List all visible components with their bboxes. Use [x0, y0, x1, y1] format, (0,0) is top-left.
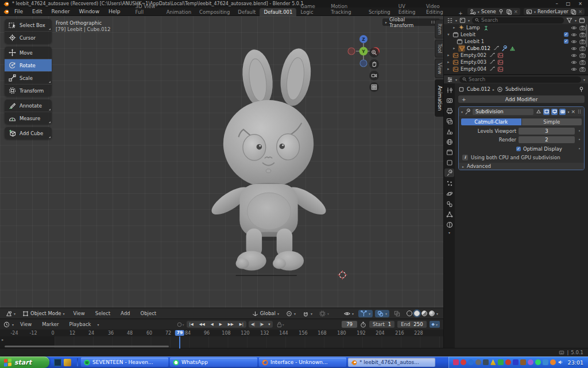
new-collection-icon[interactable] — [579, 17, 585, 24]
catmull-clark-button[interactable]: Catmull-Clark — [461, 118, 521, 125]
properties-tab-world[interactable] — [444, 137, 454, 146]
quick-launch-icon-1[interactable] — [54, 359, 61, 366]
outliner-row-empty-004[interactable]: ▸ Empty.004 — [444, 66, 588, 72]
next-keyframe-button[interactable]: ▶▶ — [225, 321, 237, 328]
pan-button[interactable] — [369, 59, 379, 69]
tray-icon[interactable] — [483, 359, 489, 365]
viewport-menu-object[interactable]: Object — [136, 310, 160, 317]
start-frame-field[interactable]: Start 1 — [369, 321, 394, 328]
tray-icon[interactable] — [513, 359, 519, 365]
workspace-tab-video-editing[interactable]: Video Editing — [422, 2, 455, 16]
sidebar-tab-view[interactable]: View — [435, 59, 443, 78]
xray-toggle[interactable] — [392, 310, 403, 317]
disable-render-camera-icon[interactable] — [579, 59, 586, 66]
properties-tab-particles[interactable] — [444, 179, 454, 187]
animate-dot[interactable]: • — [577, 137, 582, 142]
editor-type-selector[interactable]: ▾ — [3, 310, 18, 317]
channel-expander[interactable]: ▸ — [2, 338, 3, 342]
sidebar-tab-tool[interactable]: Tool — [435, 40, 443, 57]
properties-search-input[interactable] — [469, 76, 578, 82]
snap-toggle[interactable]: ▾ — [300, 310, 315, 317]
add-modifier-button[interactable]: + Add Modifier — [458, 95, 585, 103]
timeline-menu-view[interactable]: View — [16, 321, 36, 328]
tool-add-cube[interactable]: Add Cube — [5, 127, 52, 139]
toggle-on-cage[interactable] — [535, 109, 541, 115]
hide-viewport-eye-icon[interactable] — [571, 45, 577, 52]
menu-render[interactable]: Render — [47, 8, 74, 15]
camera-view-button[interactable] — [369, 71, 379, 80]
viewport-menu-add[interactable]: Add — [117, 310, 134, 317]
add-workspace-button[interactable]: + — [455, 10, 466, 16]
workspace-tab-animation[interactable]: Animation — [163, 8, 195, 16]
outliner-row-empty-002[interactable]: ▸ Empty.002 — [444, 52, 588, 59]
outliner-row-lamp[interactable]: ▸ Lamp — [444, 24, 588, 31]
animate-dot[interactable]: • — [577, 147, 582, 151]
breadcrumb-modifier[interactable]: Subdivision — [505, 86, 533, 92]
auto-keying-icon[interactable] — [176, 321, 183, 328]
workspace-tab-uv-editing[interactable]: UV Editing — [394, 2, 422, 16]
shading-material-button[interactable] — [421, 310, 427, 316]
shading-rendered-button[interactable] — [429, 310, 435, 316]
end-frame-field[interactable]: End 250 — [397, 321, 426, 328]
outliner-row-empty-003[interactable]: ▸ Empty.003 — [444, 59, 588, 66]
menu-window[interactable]: Window — [75, 8, 104, 15]
playhead-current-frame[interactable]: 79 — [175, 330, 184, 336]
collection-checkbox[interactable]: ✓ — [564, 32, 568, 37]
tool-annotate[interactable]: Annotate — [5, 99, 52, 112]
task-whatsapp[interactable]: WhatsApp — [170, 358, 257, 367]
workspace-tab-motion-tracking[interactable]: Motion Tracking — [327, 2, 365, 16]
blender-logo-icon[interactable] — [3, 9, 9, 15]
close-button[interactable]: × — [578, 1, 582, 6]
tool-measure[interactable]: Measure — [5, 112, 52, 124]
properties-tab-physics[interactable] — [444, 189, 454, 198]
modifier-panel-header[interactable]: ▾ Subdivision ▾ × — [459, 107, 584, 116]
hide-viewport-eye-icon[interactable] — [571, 32, 577, 38]
tray-icon[interactable] — [461, 359, 466, 365]
hide-viewport-eye-icon[interactable] — [571, 25, 577, 31]
properties-tab-view-layer[interactable] — [444, 117, 454, 125]
hide-viewport-eye-icon[interactable] — [571, 39, 577, 45]
tool-cursor[interactable]: Cursor — [5, 32, 52, 44]
play-reverse-button[interactable]: ◀ — [208, 321, 216, 328]
menu-edit[interactable]: Edit — [28, 8, 46, 15]
maximize-button[interactable]: □ — [566, 1, 571, 6]
toggle-edit-mode[interactable] — [543, 109, 550, 115]
show-visibility-selector[interactable]: ▾ — [342, 310, 356, 317]
modifier-name-field[interactable]: Subdivision — [473, 109, 533, 115]
menu-help[interactable]: Help — [105, 8, 125, 15]
timeline-editor-icon[interactable] — [3, 321, 10, 328]
toggle-render[interactable] — [559, 109, 566, 115]
advanced-subpanel-header[interactable]: ▸ Advanced — [459, 163, 584, 170]
disable-render-camera-icon[interactable] — [579, 45, 586, 52]
shading-wireframe-button[interactable] — [407, 310, 412, 316]
simple-button[interactable]: Simple — [522, 118, 582, 125]
render-layer-selector[interactable]: ▾ RenderLayer × — [524, 8, 585, 15]
lock-icon[interactable] — [276, 321, 283, 328]
global-transform-panel-header[interactable]: ▸ Global Transform — [382, 18, 440, 26]
disable-render-camera-icon[interactable] — [579, 66, 586, 72]
properties-tab-tool[interactable] — [444, 86, 454, 94]
timeline-scrollbar[interactable] — [5, 346, 169, 347]
copy-icon[interactable] — [570, 9, 577, 15]
levels-viewport-value[interactable]: 3 — [519, 128, 575, 135]
properties-tab-data[interactable] — [444, 210, 454, 218]
breadcrumb-object[interactable]: Cube.012 — [467, 86, 490, 92]
outliner-search-input[interactable] — [481, 17, 561, 23]
outliner-scrollbar[interactable] — [586, 24, 587, 47]
properties-tab-output[interactable] — [444, 106, 454, 115]
timeline-track-area[interactable]: ▸ — [0, 336, 443, 348]
properties-tab-render[interactable] — [444, 96, 454, 105]
show-gizmo-toggle[interactable]: ▾ — [358, 310, 373, 317]
tray-whatsapp-icon[interactable] — [535, 359, 541, 365]
viewport-menu-select[interactable]: Select — [91, 310, 114, 317]
properties-tab-material[interactable] — [444, 220, 454, 229]
workspace-tab-game-logic[interactable]: Game Logic — [296, 2, 327, 16]
disable-render-camera-icon[interactable] — [579, 32, 586, 38]
keying-set-button[interactable]: ◆ ▾ — [430, 321, 440, 328]
workspace-tab-default-001[interactable]: Default.001 — [260, 8, 296, 16]
tray-icon[interactable] — [468, 359, 474, 365]
show-overlays-toggle[interactable]: ▾ — [375, 310, 389, 317]
drag-handle[interactable] — [577, 109, 582, 114]
disable-render-camera-icon[interactable] — [579, 52, 586, 59]
start-button[interactable]: start — [0, 356, 49, 368]
